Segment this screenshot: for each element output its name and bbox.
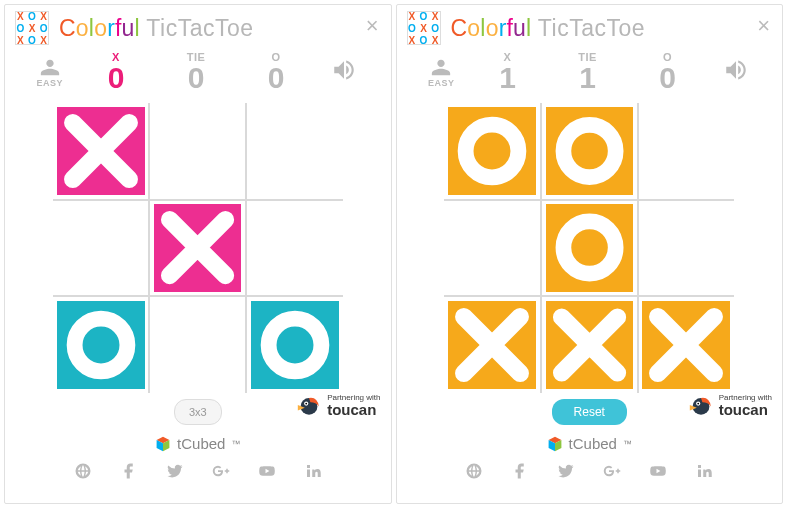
facebook-icon[interactable] bbox=[511, 462, 529, 484]
googleplus-icon[interactable] bbox=[212, 462, 230, 484]
app-title: Colorful TicTacToe bbox=[451, 15, 646, 42]
score-x: X0 bbox=[89, 51, 143, 93]
mark-x bbox=[642, 301, 730, 389]
score-tie: TIE1 bbox=[561, 51, 615, 93]
board-cell[interactable] bbox=[53, 200, 150, 297]
close-icon[interactable]: × bbox=[757, 13, 770, 39]
game-panel: XOXOXOXOXColorful TicTacToe×EASYX1TIE1O0… bbox=[396, 4, 784, 504]
game-panel: XOXOXOXOXColorful TicTacToe×EASYX0TIE0O0… bbox=[4, 4, 392, 504]
difficulty-button[interactable]: EASY bbox=[36, 56, 63, 88]
board-cell[interactable] bbox=[444, 200, 541, 297]
mark-o bbox=[546, 204, 633, 291]
globe-icon[interactable] bbox=[465, 462, 483, 484]
globe-icon[interactable] bbox=[74, 462, 92, 484]
score-tie: TIE0 bbox=[169, 51, 223, 93]
twitter-icon[interactable] bbox=[166, 462, 184, 484]
score-o: O0 bbox=[249, 51, 303, 93]
board-cell[interactable] bbox=[541, 200, 638, 297]
linkedin-icon[interactable] bbox=[695, 462, 713, 484]
mark-x bbox=[57, 107, 145, 195]
app-logo[interactable]: XOXOXOXOX bbox=[407, 11, 441, 45]
board-cell[interactable] bbox=[541, 103, 638, 200]
app-logo[interactable]: XOXOXOXOX bbox=[15, 11, 49, 45]
partner-badge[interactable]: Partnering withtoucan bbox=[295, 391, 380, 419]
mark-o bbox=[546, 107, 633, 195]
score-bar: EASYX0TIE0O0 bbox=[5, 47, 391, 99]
board-cell[interactable] bbox=[444, 296, 541, 393]
youtube-icon[interactable] bbox=[258, 462, 276, 484]
board-cell[interactable] bbox=[149, 103, 246, 200]
difficulty-button[interactable]: EASY bbox=[428, 56, 455, 88]
score-o: O0 bbox=[641, 51, 695, 93]
board-cell[interactable] bbox=[541, 296, 638, 393]
mark-o bbox=[251, 301, 339, 389]
score-x: X1 bbox=[481, 51, 535, 93]
reset-button[interactable]: Reset bbox=[552, 399, 627, 425]
mark-o bbox=[448, 107, 536, 195]
svg-point-0 bbox=[74, 319, 127, 372]
header: XOXOXOXOXColorful TicTacToe bbox=[5, 5, 391, 47]
board-cell[interactable] bbox=[53, 103, 150, 200]
svg-point-6 bbox=[563, 125, 615, 177]
board-cell[interactable] bbox=[246, 103, 343, 200]
speaker-icon[interactable] bbox=[721, 57, 751, 87]
social-row bbox=[465, 462, 713, 484]
score-bar: EASYX1TIE1O0 bbox=[397, 47, 783, 99]
svg-point-4 bbox=[305, 403, 307, 405]
board-cell[interactable] bbox=[246, 296, 343, 393]
facebook-icon[interactable] bbox=[120, 462, 138, 484]
svg-point-1 bbox=[269, 319, 322, 372]
board-cell[interactable] bbox=[638, 200, 735, 297]
board-cell[interactable] bbox=[246, 200, 343, 297]
social-row bbox=[74, 462, 322, 484]
board-cell[interactable] bbox=[638, 296, 735, 393]
mark-x bbox=[546, 301, 633, 389]
board-cell[interactable] bbox=[149, 200, 246, 297]
googleplus-icon[interactable] bbox=[603, 462, 621, 484]
speaker-icon[interactable] bbox=[329, 57, 359, 87]
board-cell[interactable] bbox=[638, 103, 735, 200]
mark-x bbox=[154, 204, 241, 291]
youtube-icon[interactable] bbox=[649, 462, 667, 484]
game-board bbox=[444, 103, 734, 393]
brand-label[interactable]: tCubed™ bbox=[547, 435, 632, 452]
game-board bbox=[53, 103, 343, 393]
svg-point-7 bbox=[563, 222, 615, 274]
board-size-button[interactable]: 3x3 bbox=[174, 399, 222, 425]
svg-point-10 bbox=[697, 403, 699, 405]
board-cell[interactable] bbox=[53, 296, 150, 393]
board-cell[interactable] bbox=[444, 103, 541, 200]
board-cell[interactable] bbox=[149, 296, 246, 393]
header: XOXOXOXOXColorful TicTacToe bbox=[397, 5, 783, 47]
mark-o bbox=[57, 301, 145, 389]
partner-badge[interactable]: Partnering withtoucan bbox=[687, 391, 772, 419]
mark-x bbox=[448, 301, 536, 389]
app-title: Colorful TicTacToe bbox=[59, 15, 254, 42]
linkedin-icon[interactable] bbox=[304, 462, 322, 484]
close-icon[interactable]: × bbox=[366, 13, 379, 39]
twitter-icon[interactable] bbox=[557, 462, 575, 484]
brand-label[interactable]: tCubed™ bbox=[155, 435, 240, 452]
svg-point-5 bbox=[466, 124, 519, 177]
